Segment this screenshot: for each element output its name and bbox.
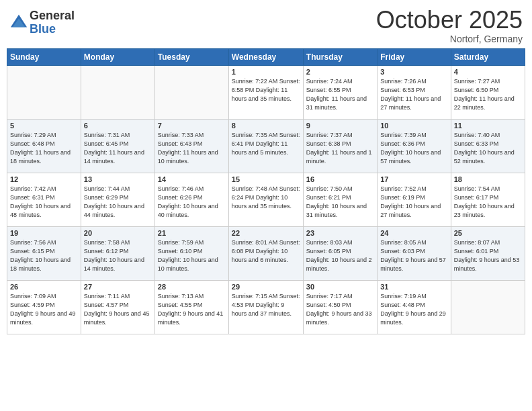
col-saturday: Saturday [451,48,525,65]
day-number-2-5: 17 [380,175,447,183]
calendar-cell-3-3: 22Sunrise: 8:01 AM Sunset: 6:08 PM Dayli… [228,226,303,280]
day-info-4-4: Sunrise: 7:17 AM Sunset: 4:50 PM Dayligh… [306,292,374,327]
day-number-2-0: 12 [10,175,78,183]
calendar-cell-2-6: 18Sunrise: 7:54 AM Sunset: 6:17 PM Dayli… [451,173,525,226]
calendar-cell-4-6 [451,280,525,334]
day-info-1-1: Sunrise: 7:31 AM Sunset: 6:45 PM Dayligh… [84,131,152,166]
calendar-cell-3-6: 25Sunrise: 8:07 AM Sunset: 6:01 PM Dayli… [451,226,525,280]
day-info-0-3: Sunrise: 7:22 AM Sunset: 6:58 PM Dayligh… [232,77,300,103]
day-info-2-1: Sunrise: 7:44 AM Sunset: 6:29 PM Dayligh… [84,185,152,220]
logo-general-text: General [30,9,75,23]
calendar-cell-2-3: 15Sunrise: 7:48 AM Sunset: 6:24 PM Dayli… [228,173,303,226]
day-number-1-5: 10 [380,122,447,130]
header: General Blue October 2025 Nortorf, Germa… [7,7,525,44]
calendar-cell-0-1 [81,65,154,119]
calendar-cell-0-5: 3Sunrise: 7:26 AM Sunset: 6:53 PM Daylig… [378,65,451,119]
day-info-1-2: Sunrise: 7:33 AM Sunset: 6:43 PM Dayligh… [158,131,226,166]
day-info-0-4: Sunrise: 7:24 AM Sunset: 6:55 PM Dayligh… [306,77,374,112]
location: Nortorf, Germany [376,34,523,44]
calendar-cell-1-2: 7Sunrise: 7:33 AM Sunset: 6:43 PM Daylig… [154,119,228,173]
logo-icon [9,13,28,32]
day-number-1-4: 9 [306,122,374,130]
calendar-cell-0-6: 4Sunrise: 7:27 AM Sunset: 6:50 PM Daylig… [451,65,525,119]
day-number-1-3: 8 [232,122,300,130]
calendar-cell-3-2: 21Sunrise: 7:59 AM Sunset: 6:10 PM Dayli… [154,226,228,280]
day-info-2-3: Sunrise: 7:48 AM Sunset: 6:24 PM Dayligh… [232,185,300,211]
day-info-4-1: Sunrise: 7:11 AM Sunset: 4:57 PM Dayligh… [84,292,152,327]
calendar-cell-0-4: 2Sunrise: 7:24 AM Sunset: 6:55 PM Daylig… [303,65,377,119]
calendar-header-row: Sunday Monday Tuesday Wednesday Thursday… [7,48,525,65]
calendar-cell-1-5: 10Sunrise: 7:39 AM Sunset: 6:36 PM Dayli… [378,119,451,173]
day-info-2-0: Sunrise: 7:42 AM Sunset: 6:31 PM Dayligh… [10,185,78,220]
day-number-4-3: 29 [232,283,300,291]
calendar-cell-3-4: 23Sunrise: 8:03 AM Sunset: 6:05 PM Dayli… [303,226,377,280]
day-number-3-0: 19 [10,229,78,237]
day-info-0-5: Sunrise: 7:26 AM Sunset: 6:53 PM Dayligh… [380,77,447,112]
logo-text: General Blue [30,9,75,36]
calendar-cell-4-4: 30Sunrise: 7:17 AM Sunset: 4:50 PM Dayli… [303,280,377,334]
calendar-cell-2-2: 14Sunrise: 7:46 AM Sunset: 6:26 PM Dayli… [154,173,228,226]
day-number-3-1: 20 [84,229,152,237]
col-wednesday: Wednesday [228,48,303,65]
calendar-cell-2-0: 12Sunrise: 7:42 AM Sunset: 6:31 PM Dayli… [7,173,81,226]
week-row-3: 19Sunrise: 7:56 AM Sunset: 6:15 PM Dayli… [7,226,525,280]
day-number-1-0: 5 [10,122,78,130]
day-info-4-2: Sunrise: 7:13 AM Sunset: 4:55 PM Dayligh… [158,292,226,327]
day-number-3-6: 25 [454,229,522,237]
calendar-cell-1-1: 6Sunrise: 7:31 AM Sunset: 6:45 PM Daylig… [81,119,154,173]
col-tuesday: Tuesday [154,48,228,65]
day-info-4-5: Sunrise: 7:19 AM Sunset: 4:48 PM Dayligh… [380,292,447,327]
page: General Blue October 2025 Nortorf, Germa… [0,0,532,411]
calendar-cell-2-5: 17Sunrise: 7:52 AM Sunset: 6:19 PM Dayli… [378,173,451,226]
day-number-4-2: 28 [158,283,226,291]
day-number-4-1: 27 [84,283,152,291]
calendar-cell-2-1: 13Sunrise: 7:44 AM Sunset: 6:29 PM Dayli… [81,173,154,226]
day-number-1-2: 7 [158,122,226,130]
day-info-3-5: Sunrise: 8:05 AM Sunset: 6:03 PM Dayligh… [380,238,447,273]
day-number-2-1: 13 [84,175,152,183]
day-info-1-3: Sunrise: 7:35 AM Sunset: 6:41 PM Dayligh… [232,131,300,157]
day-info-3-4: Sunrise: 8:03 AM Sunset: 6:05 PM Dayligh… [306,238,374,273]
logo-blue-text: Blue [30,23,75,36]
day-number-4-0: 26 [10,283,78,291]
day-number-2-4: 16 [306,175,374,183]
col-sunday: Sunday [7,48,81,65]
day-number-0-3: 1 [232,68,300,76]
day-number-4-4: 30 [306,283,374,291]
day-info-3-2: Sunrise: 7:59 AM Sunset: 6:10 PM Dayligh… [158,238,226,273]
day-info-1-5: Sunrise: 7:39 AM Sunset: 6:36 PM Dayligh… [380,131,447,166]
calendar-cell-4-5: 31Sunrise: 7:19 AM Sunset: 4:48 PM Dayli… [378,280,451,334]
calendar-cell-0-0 [7,65,81,119]
day-info-2-2: Sunrise: 7:46 AM Sunset: 6:26 PM Dayligh… [158,185,226,220]
day-info-1-0: Sunrise: 7:29 AM Sunset: 6:48 PM Dayligh… [10,131,78,166]
day-info-1-4: Sunrise: 7:37 AM Sunset: 6:38 PM Dayligh… [306,131,374,166]
col-monday: Monday [81,48,154,65]
day-info-1-6: Sunrise: 7:40 AM Sunset: 6:33 PM Dayligh… [454,131,522,166]
day-info-4-0: Sunrise: 7:09 AM Sunset: 4:59 PM Dayligh… [10,292,78,327]
calendar-cell-1-4: 9Sunrise: 7:37 AM Sunset: 6:38 PM Daylig… [303,119,377,173]
day-info-3-3: Sunrise: 8:01 AM Sunset: 6:08 PM Dayligh… [232,238,300,265]
day-number-3-3: 22 [232,229,300,237]
day-info-4-3: Sunrise: 7:15 AM Sunset: 4:53 PM Dayligh… [232,292,300,318]
day-info-2-4: Sunrise: 7:50 AM Sunset: 6:21 PM Dayligh… [306,185,374,220]
month-title: October 2025 [376,7,523,34]
calendar-cell-3-1: 20Sunrise: 7:58 AM Sunset: 6:12 PM Dayli… [81,226,154,280]
day-number-1-1: 6 [84,122,152,130]
day-number-2-2: 14 [158,175,226,183]
week-row-0: 1Sunrise: 7:22 AM Sunset: 6:58 PM Daylig… [7,65,525,119]
calendar-cell-1-0: 5Sunrise: 7:29 AM Sunset: 6:48 PM Daylig… [7,119,81,173]
calendar-cell-2-4: 16Sunrise: 7:50 AM Sunset: 6:21 PM Dayli… [303,173,377,226]
day-number-2-6: 18 [454,175,522,183]
day-info-3-0: Sunrise: 7:56 AM Sunset: 6:15 PM Dayligh… [10,238,78,273]
calendar-cell-3-0: 19Sunrise: 7:56 AM Sunset: 6:15 PM Dayli… [7,226,81,280]
day-number-3-2: 21 [158,229,226,237]
calendar-cell-1-6: 11Sunrise: 7:40 AM Sunset: 6:33 PM Dayli… [451,119,525,173]
week-row-1: 5Sunrise: 7:29 AM Sunset: 6:48 PM Daylig… [7,119,525,173]
calendar-cell-4-3: 29Sunrise: 7:15 AM Sunset: 4:53 PM Dayli… [228,280,303,334]
day-number-4-5: 31 [380,283,447,291]
calendar-cell-4-1: 27Sunrise: 7:11 AM Sunset: 4:57 PM Dayli… [81,280,154,334]
col-friday: Friday [378,48,451,65]
day-number-3-4: 23 [306,229,374,237]
day-number-0-5: 3 [380,68,447,76]
day-number-0-6: 4 [454,68,522,76]
